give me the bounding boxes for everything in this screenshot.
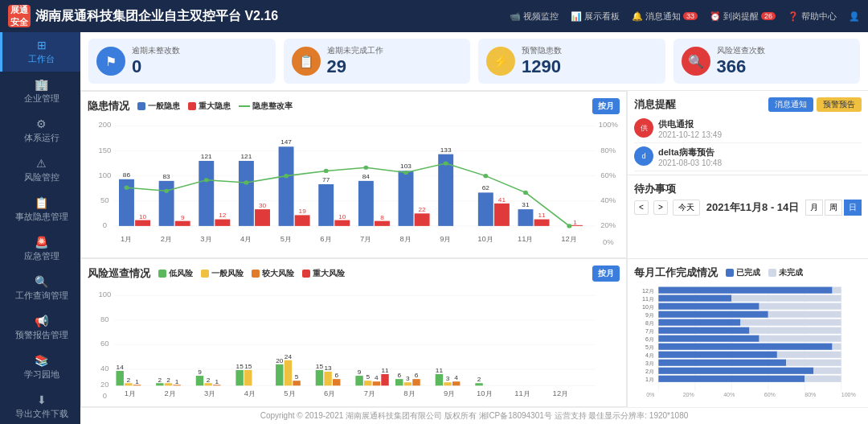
svg-text:7月: 7月	[364, 390, 376, 397]
msg-item-1: d delta病毒预告 2021-08-03 10:48	[634, 143, 862, 171]
notification-btn[interactable]: 🔔 消息通知 33	[632, 10, 698, 23]
sidebar-item-learning[interactable]: 📚 学习园地	[0, 348, 80, 387]
svg-rect-88	[475, 384, 482, 386]
svg-text:30: 30	[259, 203, 267, 209]
svg-text:84: 84	[362, 174, 371, 180]
task-view-month[interactable]: 月	[805, 200, 823, 216]
task-view-week[interactable]: 周	[825, 200, 842, 216]
msg-item-0: 供 供电通报 2021-10-12 13:49	[634, 115, 862, 143]
svg-text:0%: 0%	[603, 239, 614, 246]
svg-text:12: 12	[219, 212, 226, 219]
task-view-day[interactable]: 日	[844, 200, 862, 216]
content-area: ⚑ 逾期未整改数 0 📋 逾期未完成工作 29 ⚡ 预警	[80, 32, 868, 424]
monthly-work-svg: 0% 20% 40% 60% 80% 100%	[634, 283, 862, 401]
sidebar-item-system[interactable]: ⚙ 体系运行	[0, 111, 80, 150]
overdue-work-icon: 📋	[292, 47, 321, 76]
svg-text:4月: 4月	[240, 235, 252, 242]
svg-rect-85	[436, 374, 443, 385]
svg-rect-74	[293, 381, 300, 386]
svg-text:9: 9	[181, 214, 185, 220]
msg-content-1: delta病毒预告 2021-08-03 10:48	[658, 146, 862, 167]
sidebar-item-emergency[interactable]: 🚨 应急管理	[0, 229, 80, 269]
svg-text:11: 11	[538, 212, 545, 219]
legend-general: 一般隐患	[137, 101, 180, 112]
legend-dot-major	[188, 102, 196, 110]
svg-text:1月: 1月	[645, 377, 654, 383]
user-btn[interactable]: 👤	[849, 11, 860, 22]
svg-text:1: 1	[573, 220, 577, 226]
svg-text:200: 200	[98, 121, 111, 129]
svg-text:10: 10	[338, 213, 346, 220]
rate-dot-8	[403, 171, 408, 175]
svg-rect-78	[355, 376, 362, 385]
svg-text:2: 2	[166, 377, 170, 384]
legend-rate: 隐患整改率	[239, 101, 293, 112]
stat-label-1: 逾期未完成工作	[327, 45, 463, 56]
help-btn[interactable]: ❓ 帮助中心	[788, 10, 837, 23]
risk-panel-actions: 按月	[592, 266, 620, 282]
hazard-chart-area: 200 150 100 50 0 100% 80% 60% 40% 20% 0%	[88, 117, 620, 251]
sidebar-item-enterprise[interactable]: 🏢 企业管理	[0, 72, 80, 111]
notify-btn[interactable]: 消息通知	[768, 97, 813, 112]
sidebar: ⊞ 工作台 🏢 企业管理 ⚙ 体系运行 ⚠ 风险管控 📋 事故隐患管理 🚨 应	[0, 32, 80, 424]
sidebar-item-workquery[interactable]: 🔍 工作查询管理	[0, 269, 80, 308]
stat-card-warning-hazard: ⚡ 预警隐患数 1290	[478, 39, 665, 84]
svg-text:3月: 3月	[200, 235, 212, 242]
svg-text:10: 10	[139, 213, 147, 220]
svg-text:80%: 80%	[805, 393, 816, 398]
monthly-work-chart-area: 0% 20% 40% 60% 80% 100%	[634, 283, 862, 401]
sidebar-item-risk[interactable]: ⚠ 风险管控	[0, 150, 80, 190]
download-icon: ⬇	[37, 393, 47, 406]
svg-text:4月: 4月	[244, 390, 256, 397]
svg-rect-61	[116, 371, 123, 385]
task-today-btn[interactable]: 今天	[673, 200, 700, 216]
sidebar-item-download[interactable]: ⬇ 导出文件下载	[0, 387, 80, 424]
svg-text:80%: 80%	[600, 147, 616, 154]
dashboard-grid: 隐患情况 一般隐患 重大隐患	[80, 91, 868, 407]
hazard-legend: 一般隐患 重大隐患 隐患整改率	[137, 101, 293, 112]
hazard-filter-btn[interactable]: 按月	[592, 98, 620, 114]
svg-text:83: 83	[163, 174, 170, 180]
svg-text:121: 121	[241, 154, 252, 160]
sidebar-item-warning[interactable]: 📢 预警报告管理	[0, 308, 80, 348]
stat-value-2: 1290	[522, 56, 657, 77]
bar-general-8	[399, 171, 414, 226]
checkin-btn[interactable]: ⏰ 到岗提醒 26	[710, 10, 776, 23]
legend-major: 重大隐患	[188, 101, 231, 112]
bar-done-7	[658, 327, 749, 334]
svg-text:9月: 9月	[444, 390, 456, 397]
learning-icon: 📚	[35, 354, 48, 367]
task-next-btn[interactable]: >	[653, 200, 668, 215]
svg-rect-81	[381, 374, 388, 385]
sidebar-item-accident[interactable]: 📋 事故隐患管理	[0, 190, 80, 229]
video-monitor-btn[interactable]: 📹 视频监控	[510, 10, 559, 23]
svg-text:1: 1	[135, 379, 139, 385]
sidebar-item-workbench[interactable]: ⊞ 工作台	[0, 32, 80, 72]
dashboard-btn[interactable]: 📊 展示看板	[571, 10, 620, 23]
svg-rect-82	[395, 380, 403, 386]
svg-text:100%: 100%	[841, 393, 856, 398]
svg-text:20%: 20%	[600, 222, 616, 229]
bar-undone-7	[750, 327, 841, 334]
bar-major-8	[415, 214, 430, 227]
stat-info-1: 逾期未完成工作 29	[327, 45, 463, 77]
risk-patrol-icon: 🔍	[682, 47, 710, 76]
logo-area: 展通安全 湖南展通科技集团企业自主双控平台 V2.16	[8, 5, 278, 27]
stat-card-risk-patrol: 🔍 风险巡查次数 366	[674, 39, 861, 84]
task-prev-btn[interactable]: <	[634, 200, 649, 215]
svg-text:60: 60	[100, 340, 109, 348]
warning-btn[interactable]: 预警预告	[817, 97, 862, 112]
svg-text:4月: 4月	[645, 353, 654, 359]
hazard-panel-actions: 按月	[592, 98, 620, 114]
stats-row: ⚑ 逾期未整改数 0 📋 逾期未完成工作 29 ⚡ 预警	[80, 32, 868, 91]
svg-text:11: 11	[436, 368, 443, 374]
tasks-panel-title: 待办事项	[634, 182, 862, 196]
svg-text:11: 11	[381, 368, 388, 374]
risk-filter-btn[interactable]: 按月	[592, 266, 620, 282]
monthly-legend: 已完成 未完成	[726, 267, 803, 278]
legend-dot-done	[726, 269, 734, 277]
clock-icon: ⏰	[710, 11, 721, 22]
bar-undone-12	[833, 287, 841, 294]
svg-rect-73	[285, 360, 292, 386]
svg-text:3月: 3月	[645, 361, 654, 367]
